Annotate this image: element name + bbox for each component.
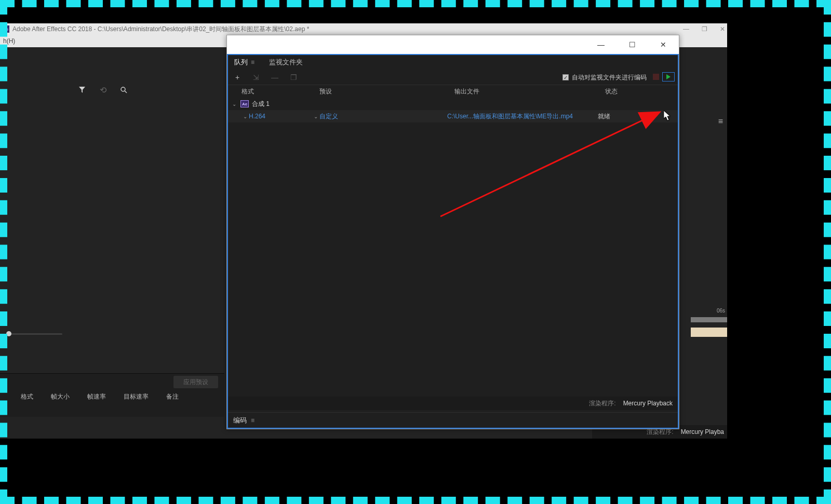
me-maximize-button[interactable]: ☐ bbox=[623, 40, 641, 49]
me-close-button[interactable]: ✕ bbox=[654, 40, 673, 49]
auto-encode-label: 自动对监视文件夹进行编码 bbox=[572, 73, 647, 82]
renderer-label: 渲染程序: bbox=[589, 399, 615, 408]
header-output[interactable]: 输出文件 bbox=[454, 87, 605, 96]
remove-button[interactable]: — bbox=[271, 73, 279, 81]
ae-comp-icon: Ae bbox=[240, 100, 249, 107]
ae-maximize-button[interactable]: ❐ bbox=[702, 25, 707, 33]
zoom-slider[interactable] bbox=[3, 331, 71, 337]
insert-button[interactable]: ⇲ bbox=[252, 73, 260, 81]
ae-title-text: Adobe After Effects CC 2018 - C:\Users\A… bbox=[12, 25, 309, 34]
ae-titlebar: Ae Adobe After Effects CC 2018 - C:\User… bbox=[0, 23, 727, 35]
refresh-icon[interactable]: ⟲ bbox=[99, 86, 107, 94]
encoding-menu-icon[interactable]: ≡ bbox=[251, 417, 254, 424]
ae-app-icon: Ae bbox=[2, 25, 9, 33]
ae-render-headers: 格式 帧大小 帧速率 目标速率 备注 bbox=[21, 392, 179, 401]
comp-name: 合成 1 bbox=[252, 100, 270, 108]
auto-encode-checkbox[interactable]: ✓ bbox=[562, 74, 569, 80]
timeline-bar-2[interactable] bbox=[691, 328, 727, 337]
me-titlebar[interactable]: — ☐ ✕ bbox=[227, 35, 679, 54]
tab-queue-label: 队列 bbox=[234, 58, 248, 67]
ae-left-toolbar: ⟲ bbox=[0, 84, 224, 96]
ae-close-button[interactable]: ✕ bbox=[720, 25, 725, 33]
panel-menu-icon[interactable]: ≡ bbox=[718, 117, 723, 126]
me-tabs: 队列 ≡ 监视文件夹 bbox=[228, 55, 678, 70]
tab-watch-label: 监视文件夹 bbox=[269, 58, 303, 67]
renderer-value[interactable]: Mercury Playback bbox=[623, 400, 673, 407]
ae-menu-help[interactable]: h(H) bbox=[3, 37, 15, 45]
timeline-bar-1[interactable] bbox=[691, 317, 727, 322]
renderer-value: Mercury Playba bbox=[681, 428, 724, 435]
hdr-targetrate: 目标速率 bbox=[124, 392, 149, 401]
slider-knob[interactable] bbox=[6, 331, 11, 336]
header-format[interactable]: 格式 bbox=[242, 87, 319, 96]
tab-queue[interactable]: 队列 ≡ bbox=[234, 58, 254, 67]
add-source-button[interactable]: + bbox=[233, 73, 242, 81]
hdr-framesize: 帧大小 bbox=[51, 392, 70, 401]
duplicate-button[interactable]: ❐ bbox=[289, 73, 298, 81]
header-status[interactable]: 状态 bbox=[605, 87, 678, 96]
output-file-link[interactable]: C:\User...轴面板和图层基本属性\ME导出.mp4 bbox=[447, 113, 573, 120]
format-link[interactable]: H.264 bbox=[249, 113, 265, 120]
me-toolbar: + ⇲ — ❐ ✓ 自动对监视文件夹进行编码 bbox=[228, 70, 678, 85]
ae-right-column: ≡ 06s bbox=[691, 59, 727, 439]
play-icon bbox=[666, 74, 671, 79]
preset-link[interactable]: 自定义 bbox=[319, 112, 338, 121]
timeline-strip: 06s bbox=[691, 308, 727, 355]
slider-track bbox=[10, 333, 62, 335]
apply-preset-button[interactable]: 应用预设 bbox=[173, 376, 218, 388]
auto-encode-watch-row[interactable]: ✓ 自动对监视文件夹进行编码 bbox=[562, 70, 647, 85]
ae-minimize-button[interactable]: — bbox=[683, 25, 689, 33]
chevron-down-icon[interactable]: ⌄ bbox=[242, 114, 249, 119]
hdr-notes: 备注 bbox=[166, 392, 179, 401]
hdr-format: 格式 bbox=[21, 392, 33, 401]
start-queue-button[interactable] bbox=[662, 72, 675, 81]
chevron-down-icon[interactable]: ⌄ bbox=[312, 114, 319, 119]
me-encoding-footer: 编码 ≡ bbox=[228, 412, 678, 428]
ae-render-queue-panel: 应用预设 格式 帧大小 帧速率 目标速率 备注 bbox=[0, 373, 224, 417]
queue-item-row[interactable]: ⌄ H.264 ⌄ 自定义 C:\User...轴面板和图层基本属性\ME导出.… bbox=[228, 110, 678, 122]
tab-queue-menu-icon[interactable]: ≡ bbox=[251, 59, 254, 66]
ae-left-panel: ⟲ 应用预设 格式 帧大小 帧速率 目标速率 备注 bbox=[0, 59, 224, 439]
queue-headers: 格式 预设 输出文件 状态 bbox=[228, 85, 678, 98]
me-renderer-footer: 渲染程序: Mercury Playback bbox=[228, 397, 678, 410]
timeline-tick: 06s bbox=[717, 308, 725, 314]
me-body: 队列 ≡ 监视文件夹 + ⇲ — ❐ ✓ 自动对监视文件夹进行编码 bbox=[227, 54, 679, 429]
hdr-framerate: 帧速率 bbox=[87, 392, 106, 401]
tab-watch-folders[interactable]: 监视文件夹 bbox=[269, 58, 303, 67]
stop-queue-button[interactable] bbox=[653, 74, 659, 80]
encoding-label: 编码 bbox=[233, 416, 247, 425]
queue-group-row[interactable]: ⌄ Ae 合成 1 bbox=[228, 98, 678, 110]
header-preset[interactable]: 预设 bbox=[319, 87, 454, 96]
me-minimize-button[interactable]: — bbox=[592, 40, 610, 49]
search-icon[interactable] bbox=[119, 86, 128, 94]
chevron-down-icon[interactable]: ⌄ bbox=[231, 101, 237, 107]
filter-icon[interactable] bbox=[78, 86, 86, 94]
svg-line-1 bbox=[125, 91, 127, 93]
svg-point-0 bbox=[121, 87, 125, 91]
status-text: 就绪 bbox=[598, 112, 610, 121]
media-encoder-window: — ☐ ✕ 队列 ≡ 监视文件夹 + ⇲ — ❐ ✓ bbox=[226, 35, 679, 429]
